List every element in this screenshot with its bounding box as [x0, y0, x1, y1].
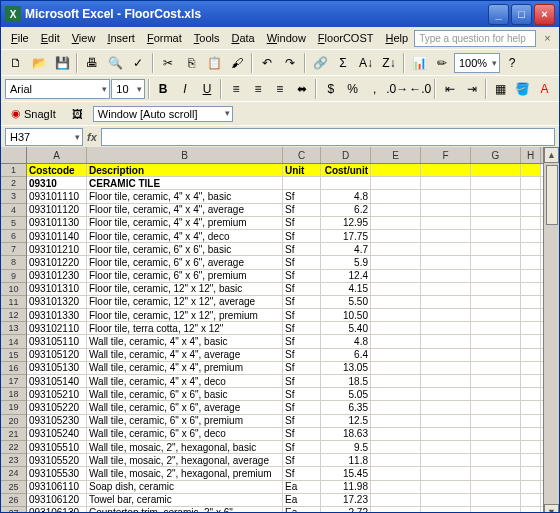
- cell[interactable]: [421, 415, 471, 427]
- cell[interactable]: 6.35: [321, 401, 371, 413]
- borders-icon[interactable]: ▦: [490, 78, 511, 100]
- cell[interactable]: Floor tile, terra cotta, 12" x 12": [87, 322, 283, 334]
- col-header-A[interactable]: A: [27, 147, 87, 163]
- cell[interactable]: Cost/unit: [321, 164, 371, 176]
- cell[interactable]: Costcode: [27, 164, 87, 176]
- cell[interactable]: 18.63: [321, 428, 371, 440]
- cell[interactable]: [421, 401, 471, 413]
- name-box[interactable]: H37: [5, 128, 83, 146]
- cell[interactable]: [471, 296, 521, 308]
- cell[interactable]: [421, 177, 471, 189]
- row-header[interactable]: 17: [1, 375, 26, 388]
- cell[interactable]: 17.23: [321, 494, 371, 506]
- cell[interactable]: [421, 309, 471, 321]
- hyperlink-icon[interactable]: 🔗: [309, 52, 331, 74]
- new-icon[interactable]: 🗋: [5, 52, 27, 74]
- cell[interactable]: [521, 415, 541, 427]
- cell[interactable]: Wall tile, ceramic, 6" x 6", premium: [87, 415, 283, 427]
- cell[interactable]: 093101140: [27, 230, 87, 242]
- col-header-G[interactable]: G: [471, 147, 521, 163]
- snagit-button[interactable]: ◉SnagIt: [5, 105, 62, 122]
- row-header[interactable]: 20: [1, 415, 26, 428]
- row-header[interactable]: 24: [1, 467, 26, 480]
- scroll-thumb[interactable]: [546, 165, 558, 225]
- increase-decimal-icon[interactable]: .0→: [386, 78, 408, 100]
- row-header[interactable]: 6: [1, 230, 26, 243]
- cell[interactable]: Wall tile, mosaic, 2", hexagonal, averag…: [87, 454, 283, 466]
- undo-icon[interactable]: ↶: [256, 52, 278, 74]
- cell[interactable]: [521, 296, 541, 308]
- cell[interactable]: [421, 507, 471, 513]
- cell[interactable]: Sf: [283, 335, 321, 347]
- spelling-icon[interactable]: ✓: [127, 52, 149, 74]
- cell[interactable]: Floor tile, ceramic, 4" x 4", basic: [87, 190, 283, 202]
- cell[interactable]: Sf: [283, 415, 321, 427]
- scroll-down-icon[interactable]: ▼: [544, 504, 559, 513]
- menu-tools[interactable]: Tools: [188, 30, 226, 46]
- cell[interactable]: 12.4: [321, 270, 371, 282]
- cell[interactable]: 17.75: [321, 230, 371, 242]
- row-header[interactable]: 25: [1, 481, 26, 494]
- cell[interactable]: [421, 388, 471, 400]
- menu-format[interactable]: Format: [141, 30, 188, 46]
- cell[interactable]: [471, 467, 521, 479]
- cell[interactable]: [371, 349, 421, 361]
- cell[interactable]: [421, 164, 471, 176]
- sort-asc-icon[interactable]: A↓: [355, 52, 377, 74]
- cell[interactable]: [471, 283, 521, 295]
- cell[interactable]: Wall tile, ceramic, 6" x 6", basic: [87, 388, 283, 400]
- cell[interactable]: Sf: [283, 204, 321, 216]
- cell[interactable]: Sf: [283, 441, 321, 453]
- cell[interactable]: 093105140: [27, 375, 87, 387]
- cell[interactable]: [521, 454, 541, 466]
- cell[interactable]: 093101130: [27, 217, 87, 229]
- decrease-decimal-icon[interactable]: ←.0: [409, 78, 431, 100]
- cell[interactable]: 093106110: [27, 481, 87, 493]
- cell[interactable]: [371, 256, 421, 268]
- cell[interactable]: [421, 243, 471, 255]
- cell[interactable]: 4.8: [321, 335, 371, 347]
- row-header[interactable]: 19: [1, 401, 26, 414]
- cell[interactable]: [471, 204, 521, 216]
- decrease-indent-icon[interactable]: ⇤: [439, 78, 460, 100]
- row-header[interactable]: 22: [1, 441, 26, 454]
- row-header[interactable]: 14: [1, 335, 26, 348]
- scroll-up-icon[interactable]: ▲: [544, 147, 559, 163]
- cell[interactable]: [521, 164, 541, 176]
- cell[interactable]: Sf: [283, 296, 321, 308]
- cell[interactable]: 11.8: [321, 454, 371, 466]
- cell[interactable]: [371, 283, 421, 295]
- snagit-settings-icon[interactable]: 🖼: [66, 106, 89, 122]
- row-header[interactable]: 11: [1, 296, 26, 309]
- cell[interactable]: [321, 177, 371, 189]
- cell[interactable]: Floor tile, ceramic, 12" x 12", premium: [87, 309, 283, 321]
- cell[interactable]: [521, 494, 541, 506]
- align-center-icon[interactable]: ≡: [247, 78, 268, 100]
- cell[interactable]: [471, 243, 521, 255]
- cell[interactable]: [471, 494, 521, 506]
- cell[interactable]: [471, 375, 521, 387]
- cell[interactable]: [521, 190, 541, 202]
- cell[interactable]: 093101310: [27, 283, 87, 295]
- cell[interactable]: [471, 190, 521, 202]
- cell[interactable]: 5.05: [321, 388, 371, 400]
- col-header-H[interactable]: H: [521, 147, 541, 163]
- font-size-select[interactable]: 10: [111, 79, 144, 99]
- cell[interactable]: [421, 230, 471, 242]
- cell[interactable]: Wall tile, mosaic, 2", hexagonal, basic: [87, 441, 283, 453]
- cell[interactable]: [471, 217, 521, 229]
- cell[interactable]: [371, 164, 421, 176]
- cell[interactable]: 15.45: [321, 467, 371, 479]
- cell[interactable]: [471, 388, 521, 400]
- cell[interactable]: [471, 454, 521, 466]
- cell[interactable]: Sf: [283, 217, 321, 229]
- cell[interactable]: Sf: [283, 362, 321, 374]
- cell[interactable]: 093105240: [27, 428, 87, 440]
- print-icon[interactable]: 🖶: [81, 52, 103, 74]
- row-header[interactable]: 1: [1, 164, 26, 177]
- cell[interactable]: [471, 481, 521, 493]
- cell[interactable]: [421, 349, 471, 361]
- cell[interactable]: [371, 296, 421, 308]
- cell[interactable]: [521, 230, 541, 242]
- cell[interactable]: [421, 494, 471, 506]
